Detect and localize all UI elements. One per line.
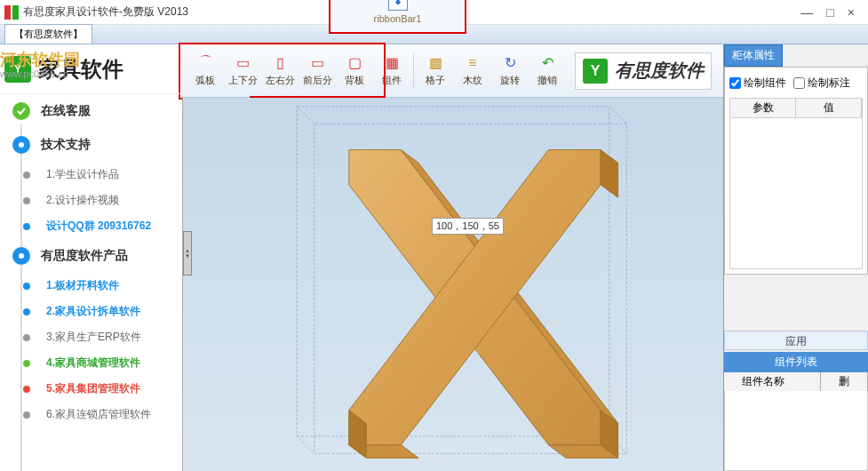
center-panel: ⌒弧板▭上下分▯左右分▭前后分▢背板▦组件▩格子≡木纹↻旋转↶撤销 Y 有思度软… xyxy=(182,44,723,471)
brand-logo-icon: Y xyxy=(583,59,608,84)
draw-component-checkbox[interactable]: 绘制组件 xyxy=(729,76,786,91)
col-comp-name[interactable]: 组件名称 xyxy=(724,372,821,391)
menu-sub-item[interactable]: 3.家具生产ERP软件 xyxy=(0,324,182,350)
menu-tech-support[interactable]: 技术支持 xyxy=(0,128,182,162)
check-icon xyxy=(12,102,30,120)
menu-link: 设计QQ群 209316762 xyxy=(46,219,151,234)
bullet-icon xyxy=(23,283,30,290)
properties-panel: 柜体属性 绘制组件 绘制标注 参数 值 应用 组件列表 组件名称 删 xyxy=(723,44,868,471)
menu-sub-item[interactable]: 1.板材开料软件 xyxy=(0,273,182,299)
menu-online-service[interactable]: 在线客服 xyxy=(0,94,182,128)
scroll-handle[interactable]: ▲▼ xyxy=(183,231,192,275)
draw-annotation-checkbox[interactable]: 绘制标注 xyxy=(793,76,850,91)
menu-sub-item[interactable]: 2.家具设计拆单软件 xyxy=(0,299,182,324)
tool-左右分[interactable]: ▯左右分 xyxy=(262,46,298,95)
apply-button[interactable]: 应用 xyxy=(724,331,868,350)
app-icon xyxy=(4,5,19,20)
close-button[interactable]: × xyxy=(848,5,855,20)
properties-tab[interactable]: 柜体属性 xyxy=(724,44,783,67)
menu-link: 1.板材开料软件 xyxy=(46,278,119,293)
tool-label: 格子 xyxy=(426,74,445,87)
menu-sub-item[interactable]: 设计QQ群 209316762 xyxy=(0,213,182,239)
col-param: 参数 xyxy=(730,99,796,117)
tool-旋转[interactable]: ↻旋转 xyxy=(492,46,528,95)
tool-上下分[interactable]: ▭上下分 xyxy=(225,46,260,95)
param-grid-header: 参数 值 xyxy=(729,98,863,118)
menu-link: 6.家具连锁店管理软件 xyxy=(46,407,151,422)
arrow-down-icon[interactable]: ⬇ xyxy=(388,0,408,11)
brand-text: 有思度软件 xyxy=(615,59,704,83)
bullet-icon xyxy=(23,360,30,367)
tool-label: 木纹 xyxy=(463,74,482,87)
tool-icon: ▭ xyxy=(308,55,326,71)
menu: 在线客服 技术支持 1.学生设计作品2.设计操作视频设计QQ群 20931676… xyxy=(0,93,182,427)
menu-sub-item[interactable]: 6.家具连锁店管理软件 xyxy=(0,402,182,427)
menu-products[interactable]: 有思度软件产品 xyxy=(0,239,182,273)
toolbar: ⌒弧板▭上下分▯左右分▭前后分▢背板▦组件▩格子≡木纹↻旋转↶撤销 Y 有思度软… xyxy=(182,44,723,98)
tool-组件[interactable]: ▦组件 xyxy=(374,46,410,95)
tool-label: 左右分 xyxy=(266,74,295,87)
tool-icon: ▢ xyxy=(346,55,363,71)
tool-icon: ↻ xyxy=(501,55,519,71)
menu-sub-item[interactable]: 1.学生设计作品 xyxy=(0,162,182,188)
tool-label: 弧板 xyxy=(195,74,215,87)
tool-背板[interactable]: ▢背板 xyxy=(337,46,372,95)
tool-格子[interactable]: ▩格子 xyxy=(418,46,453,95)
bullet-icon xyxy=(23,411,30,419)
logo: Y 家具软件 xyxy=(0,44,182,93)
ribbon-bar-highlight: ⬇ ribbonBar1 xyxy=(329,0,466,34)
svg-point-3 xyxy=(19,253,24,259)
tool-icon: ≡ xyxy=(464,55,482,71)
tool-label: 背板 xyxy=(345,74,364,87)
menu-link: 2.设计操作视频 xyxy=(46,193,119,208)
menu-link: 2.家具设计拆单软件 xyxy=(46,304,140,319)
svg-rect-1 xyxy=(12,5,19,20)
properties-body: 绘制组件 绘制标注 参数 值 xyxy=(724,67,868,275)
tool-撤销[interactable]: ↶撤销 xyxy=(530,46,565,95)
3d-viewport[interactable]: ▲▼ xyxy=(182,98,723,471)
bullet-icon xyxy=(23,386,30,393)
minimize-button[interactable]: — xyxy=(800,5,813,20)
col-delete[interactable]: 删 xyxy=(821,372,868,391)
tool-icon: ▭ xyxy=(234,55,251,71)
tool-icon: ▯ xyxy=(271,55,289,71)
component-list-columns: 组件名称 删 xyxy=(724,372,868,391)
pin-icon xyxy=(12,247,30,265)
ribbon-label: ribbonBar1 xyxy=(374,13,422,24)
svg-marker-9 xyxy=(601,150,618,198)
logo-text: 家具软件 xyxy=(38,55,123,84)
bullet-icon xyxy=(23,172,30,179)
menu-link: 1.学生设计作品 xyxy=(46,167,119,182)
bullet-icon xyxy=(23,308,30,315)
document-tab-active[interactable]: 【有思度软件】 xyxy=(4,24,92,44)
document-tabs: 【有思度软件】 ⬇ ribbonBar1 xyxy=(0,25,868,44)
menu-link: 3.家具生产ERP软件 xyxy=(46,330,141,345)
tool-icon: ▦ xyxy=(383,55,401,71)
menu-sub-item[interactable]: 5.家具集团管理软件 xyxy=(0,376,182,402)
bullet-icon xyxy=(23,197,30,204)
dimension-label: 100，150，55 xyxy=(432,218,504,235)
menu-sub-item[interactable]: 4.家具商城管理软件 xyxy=(0,350,182,376)
component-list-body[interactable] xyxy=(724,391,868,471)
bullet-icon xyxy=(23,223,30,230)
tool-label: 旋转 xyxy=(500,74,520,87)
param-grid[interactable] xyxy=(729,118,863,269)
menu-sub-item[interactable]: 2.设计操作视频 xyxy=(0,188,182,213)
3d-model xyxy=(183,98,723,471)
tool-木纹[interactable]: ≡木纹 xyxy=(455,46,490,95)
maximize-button[interactable]: □ xyxy=(826,5,833,20)
sidebar: 河东软件园 www.pc0359.cn Y 家具软件 在线客服 技术支持 1.学… xyxy=(0,44,182,471)
svg-point-2 xyxy=(19,142,24,148)
tool-icon: ⌒ xyxy=(196,55,214,71)
tool-label: 前后分 xyxy=(303,74,332,87)
brand-badge: Y 有思度软件 xyxy=(575,52,712,90)
tool-前后分[interactable]: ▭前后分 xyxy=(299,46,335,95)
svg-rect-0 xyxy=(4,5,11,20)
tool-label: 组件 xyxy=(382,74,402,87)
tool-label: 上下分 xyxy=(228,74,258,87)
tool-弧板[interactable]: ⌒弧板 xyxy=(187,46,223,95)
menu-link: 4.家具商城管理软件 xyxy=(46,355,140,371)
logo-badge-icon: Y xyxy=(4,56,31,83)
bullet-icon xyxy=(23,334,30,341)
component-list-header: 组件列表 xyxy=(724,352,868,372)
